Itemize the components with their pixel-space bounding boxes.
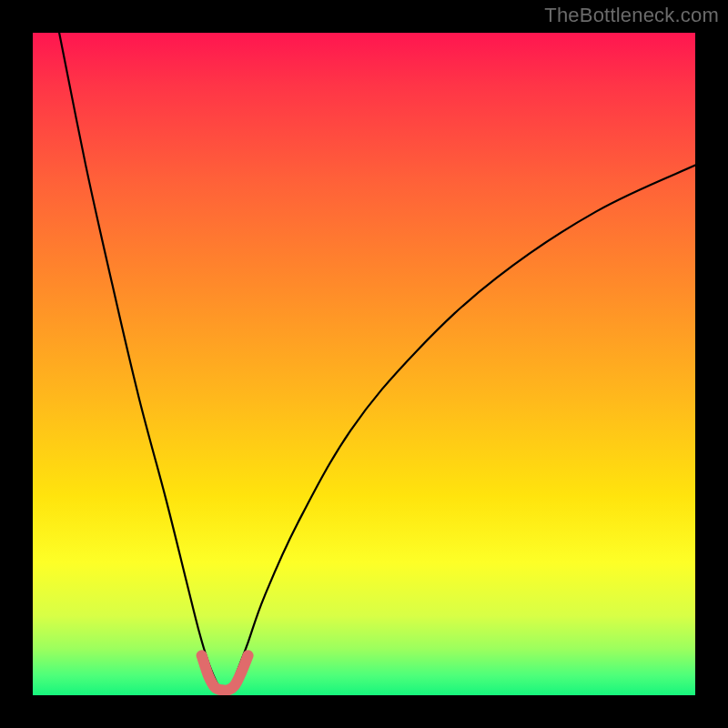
chart-frame: TheBottleneck.com <box>0 0 728 728</box>
watermark-text: TheBottleneck.com <box>544 4 719 27</box>
valley-marker <box>202 655 248 690</box>
plot-area <box>33 33 695 695</box>
chart-svg <box>33 33 695 695</box>
bottleneck-curve <box>59 33 695 692</box>
